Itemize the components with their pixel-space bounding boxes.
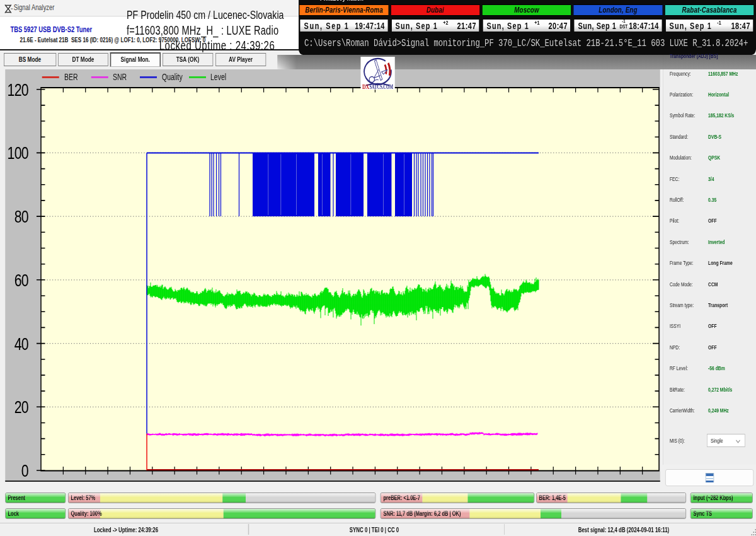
svg-text:DX: DX: [362, 83, 370, 89]
svg-text:SATCS.COM: SATCS.COM: [370, 83, 394, 89]
